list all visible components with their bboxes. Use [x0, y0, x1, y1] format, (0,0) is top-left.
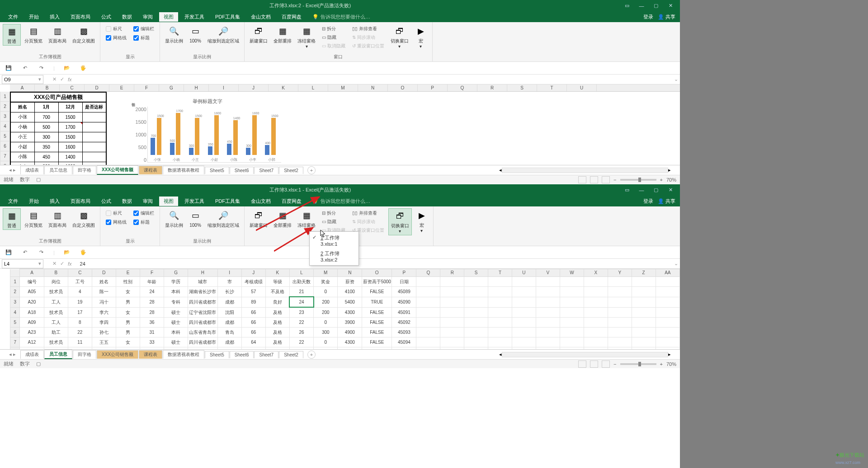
view-pagelayout-icon[interactable]	[590, 360, 598, 368]
menu-formula[interactable]: 公式	[97, 12, 116, 22]
menu-formula[interactable]: 公式	[97, 197, 116, 206]
sheet-tab-0[interactable]: 成绩表	[20, 166, 44, 174]
minimize-icon[interactable]: —	[635, 1, 648, 10]
close-icon[interactable]: ✕	[664, 1, 677, 10]
sheet-tab-1[interactable]: 员工信息	[44, 350, 72, 359]
zoom-level-2[interactable]: 70%	[666, 361, 676, 367]
horizontal-scrollbar[interactable]: ◂▸	[499, 351, 671, 358]
sheet-tab-8[interactable]: Sheet7	[254, 351, 278, 358]
zoom-selection-button[interactable]: 🔎缩放到选定区域	[205, 24, 241, 45]
sheet-tab-0[interactable]: 成绩表	[20, 350, 44, 359]
headings-checkbox[interactable]: 标题	[133, 35, 154, 41]
formula-input-2[interactable]: 24	[80, 261, 85, 267]
menu-file[interactable]: 文件	[4, 197, 23, 206]
menu-layout[interactable]: 页面布局	[66, 197, 95, 206]
fx-icon[interactable]: fx	[68, 77, 72, 82]
new-window-button[interactable]: 🗗新建窗口	[247, 24, 270, 45]
tell-me-input[interactable]: 💡 告诉我您想要做什么…	[312, 14, 370, 20]
tell-me-input[interactable]: 💡 告诉我您想要做什么…	[312, 198, 370, 205]
formulabar-checkbox[interactable]: 编辑栏	[133, 210, 154, 216]
ruler-checkbox[interactable]: 标尺	[106, 210, 127, 216]
minimize-icon[interactable]: —	[635, 186, 648, 195]
macro-rec-icon[interactable]: ▢	[36, 177, 41, 183]
open-icon[interactable]: 📂	[63, 248, 71, 257]
menu-dev[interactable]: 开发工具	[180, 12, 209, 22]
view-pagebreak-icon[interactable]	[602, 176, 610, 183]
view-custom-button[interactable]: ▩自定义视图	[70, 24, 97, 45]
sheet-tab-6[interactable]: Sheet5	[205, 167, 229, 174]
sheet-tab-7[interactable]: Sheet6	[230, 167, 254, 174]
sheet-tab-2[interactable]: 田字格	[73, 350, 96, 359]
tab-nav[interactable]: ◂ ▸	[9, 167, 16, 173]
menu-wps[interactable]: 金山文档	[246, 197, 275, 206]
sheet-tab-3[interactable]: XXX公司销售额	[97, 350, 138, 359]
menu-baidu[interactable]: 百度网盘	[277, 197, 306, 206]
expand-formula-icon[interactable]: ⌄	[674, 261, 678, 267]
view-pagebreak-icon[interactable]	[602, 360, 610, 368]
undo-icon[interactable]: ↶	[21, 64, 29, 72]
menu-dev[interactable]: 开发工具	[180, 197, 209, 206]
new-window-button[interactable]: 🗗新建窗口	[247, 208, 270, 229]
zoom-100-button[interactable]: ▭100%	[187, 208, 204, 229]
close-icon[interactable]: ✕	[664, 186, 677, 195]
view-custom-button[interactable]: ▩自定义视图	[70, 208, 97, 229]
switch-window-button[interactable]: 🗗切换窗口▾	[388, 208, 412, 235]
touch-icon[interactable]: 🖐	[79, 248, 87, 257]
share-button[interactable]: 👤 共享	[658, 14, 675, 20]
menu-file[interactable]: 文件	[4, 12, 23, 22]
save-icon[interactable]: 💾	[5, 64, 13, 72]
macro-button[interactable]: ▶宏▾	[413, 208, 430, 234]
ruler-checkbox[interactable]: 标尺	[106, 26, 127, 32]
view-pagebreak-button[interactable]: ▤分页预览	[22, 24, 45, 45]
expand-formula-icon[interactable]: ⌄	[674, 76, 678, 82]
sheet-tab-9[interactable]: Sheet2	[279, 351, 303, 358]
zoom-slider[interactable]	[620, 363, 656, 365]
confirm-fx-icon[interactable]: ✓	[60, 76, 64, 82]
zoom-out-icon[interactable]: −	[613, 361, 616, 367]
freeze-panes-button[interactable]: ▦冻结窗格▾	[295, 208, 318, 234]
sheet-tab-3[interactable]: XXX公司销售额	[97, 165, 138, 175]
confirm-fx-icon[interactable]: ✓	[60, 261, 64, 267]
arrange-all-button[interactable]: ▦全部重排	[271, 24, 294, 45]
name-box-1[interactable]: O9▾	[2, 75, 43, 84]
view-pagelayout-button[interactable]: ▥页面布局	[46, 208, 69, 229]
headings-checkbox[interactable]: 标题	[133, 219, 154, 225]
save-icon[interactable]: 💾	[5, 248, 13, 257]
worksheet-area-1[interactable]: ABCDEFGHIJKLMNOPQRSTU12345678XXX公司产品销售额姓…	[0, 84, 680, 165]
menu-view[interactable]: 视图	[159, 12, 178, 22]
side-by-side-button[interactable]: ▯▯ 并排查看	[350, 25, 386, 33]
ribbon-options-icon[interactable]: ▭	[620, 1, 634, 10]
fx-icon[interactable]: fx	[68, 261, 72, 267]
menu-wps[interactable]: 金山文档	[246, 12, 275, 22]
gridlines-checkbox[interactable]: 网格线	[106, 219, 127, 225]
view-pagelayout-icon[interactable]	[590, 176, 598, 183]
menu-layout[interactable]: 页面布局	[66, 12, 95, 22]
menu-view[interactable]: 视图	[159, 197, 178, 206]
dropdown-item-1[interactable]: ✓1 工作簿3.xlsx:1	[310, 233, 359, 248]
sheet-tab-1[interactable]: 员工信息	[44, 166, 72, 174]
menu-baidu[interactable]: 百度网盘	[277, 12, 306, 22]
zoom-level-1[interactable]: 70%	[666, 177, 676, 183]
split-button[interactable]: ⊟ 拆分	[320, 25, 347, 33]
horizontal-scrollbar[interactable]: ◂▸	[499, 167, 671, 173]
open-icon[interactable]: 📂	[63, 64, 71, 72]
menu-data[interactable]: 数据	[118, 197, 137, 206]
hide-button[interactable]: ▭ 隐藏	[320, 33, 347, 42]
side-by-side-button[interactable]: ▯▯ 并排查看	[350, 209, 386, 217]
dropdown-item-2[interactable]: 2 工作簿3.xlsx:2	[310, 248, 359, 264]
sheet-tab-7[interactable]: Sheet6	[230, 351, 254, 358]
sheet-tab-5[interactable]: 数据透视表教程	[163, 350, 204, 359]
menu-home[interactable]: 开始	[24, 12, 43, 22]
formulabar-checkbox[interactable]: 编辑栏	[133, 26, 154, 32]
zoom-button[interactable]: 🔍显示比例	[163, 208, 185, 229]
zoom-in-icon[interactable]: +	[660, 361, 663, 367]
login-link[interactable]: 登录	[643, 198, 653, 205]
sheet-tab-6[interactable]: Sheet5	[205, 351, 229, 358]
sheet-tab-4[interactable]: 课程表	[139, 166, 162, 174]
maximize-icon[interactable]: ▢	[649, 1, 663, 10]
menu-pdf[interactable]: PDF工具集	[211, 197, 245, 206]
share-button[interactable]: 👤 共享	[658, 198, 675, 205]
ribbon-options-icon[interactable]: ▭	[620, 186, 634, 195]
cancel-fx-icon[interactable]: ✕	[52, 261, 57, 267]
gridlines-checkbox[interactable]: 网格线	[106, 35, 127, 41]
